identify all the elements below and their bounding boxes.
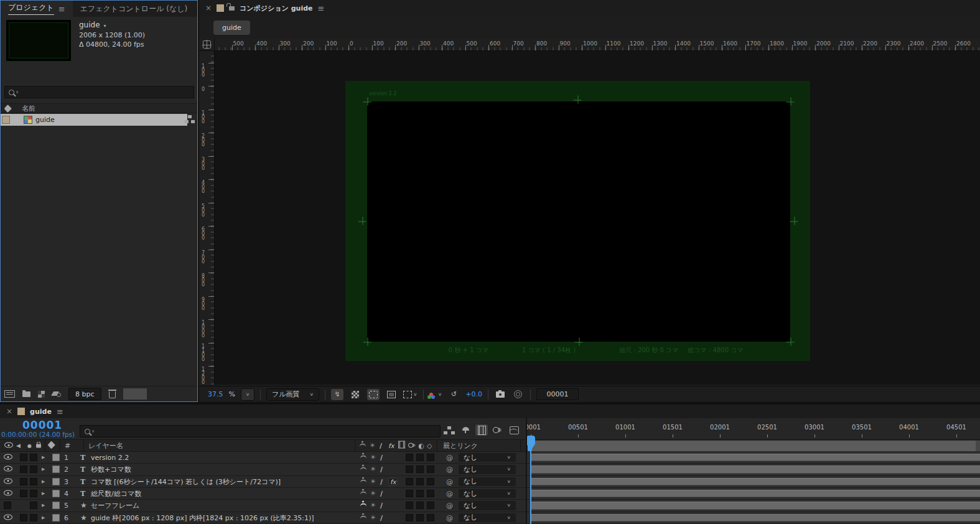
parent-dropdown[interactable]: なし∨: [459, 489, 516, 498]
timeline-tab-label[interactable]: guide: [30, 408, 52, 416]
lock-toggle[interactable]: [30, 502, 37, 509]
draft-3d-button[interactable]: [459, 424, 472, 436]
number-column-header[interactable]: #: [65, 442, 70, 450]
layer-color-swatch[interactable]: [52, 466, 60, 473]
layer-name-column-header[interactable]: レイヤー名: [88, 441, 123, 451]
lock-toggle[interactable]: [30, 490, 37, 497]
layer-color-swatch[interactable]: [52, 478, 60, 485]
reset-exposure-button[interactable]: ↺: [447, 389, 460, 400]
resolution-dropdown[interactable]: フル画質 ∨: [266, 388, 319, 401]
layer-visibility-toggle[interactable]: [4, 454, 12, 462]
zoom-dropdown-button[interactable]: ∨: [241, 388, 254, 401]
switch-box[interactable]: [416, 466, 424, 473]
work-area-start-handle[interactable]: [528, 441, 532, 451]
lock-toggle[interactable]: [30, 466, 37, 473]
quality-icon[interactable]: /: [380, 477, 383, 485]
layer-visibility-toggle[interactable]: [4, 513, 12, 522]
expand-chevron[interactable]: ▶: [42, 491, 45, 496]
quality-icon[interactable]: /: [380, 490, 383, 498]
timeline-ruler[interactable]: 0000100501010010150102001025010300103501…: [527, 418, 980, 440]
layer-name[interactable]: guide 枠[2006 px : 1208 px] 内枠[1824 px : …: [91, 513, 314, 522]
shy-column-icon[interactable]: [360, 442, 366, 450]
new-composition-icon[interactable]: [38, 391, 45, 398]
quality-icon[interactable]: /: [380, 466, 383, 474]
switch-box[interactable]: [416, 490, 424, 497]
collapse-icon[interactable]: ☀: [370, 466, 376, 472]
layer-visibility-toggle[interactable]: [4, 466, 12, 474]
lock-open-icon[interactable]: [229, 6, 235, 11]
lock-toggle[interactable]: [30, 514, 37, 522]
layer-duration-bar[interactable]: [531, 478, 980, 485]
layer-color-swatch[interactable]: [52, 502, 60, 509]
motion-blur-column-icon[interactable]: [408, 442, 417, 450]
switch-box[interactable]: [427, 478, 434, 485]
tab-effect-controls[interactable]: エフェクトコントロール (なし): [73, 1, 195, 17]
preview-frame-field[interactable]: 00001: [536, 388, 579, 400]
channels-button[interactable]: ∨: [429, 389, 442, 400]
quality-icon[interactable]: /: [380, 513, 383, 522]
switch-box[interactable]: [416, 478, 424, 485]
frame-blend-column-icon[interactable]: [398, 441, 405, 451]
shy-icon[interactable]: [360, 477, 366, 485]
mask-visibility-button[interactable]: [367, 389, 380, 400]
collapse-column-icon[interactable]: ☀: [370, 442, 375, 449]
frame-blend-button[interactable]: [475, 424, 488, 436]
delete-icon[interactable]: [109, 391, 116, 398]
shy-icon[interactable]: [360, 490, 366, 498]
collapse-icon[interactable]: ☀: [370, 515, 376, 521]
layer-visibility-toggle[interactable]: [4, 477, 12, 485]
threed-column-icon[interactable]: ◇: [427, 442, 432, 450]
label-column-icon[interactable]: [4, 105, 12, 113]
parent-dropdown[interactable]: なし∨: [459, 477, 516, 486]
collapse-icon[interactable]: ☀: [370, 454, 376, 461]
switch-box[interactable]: [406, 490, 413, 497]
switch-box[interactable]: [416, 454, 424, 461]
switch-box[interactable]: [416, 502, 424, 509]
layer-name[interactable]: version 2.2: [91, 454, 129, 462]
new-folder-icon[interactable]: [22, 391, 30, 397]
switch-box[interactable]: [427, 490, 434, 497]
crop-region-button[interactable]: ∨: [403, 389, 418, 400]
tab-project[interactable]: プロジェクト ≡: [1, 1, 73, 17]
switch-box[interactable]: [406, 454, 413, 461]
interpret-footage-icon[interactable]: [4, 390, 15, 398]
project-search-input[interactable]: ∨: [4, 86, 194, 98]
name-column-header[interactable]: 名前: [22, 104, 35, 113]
layer-color-swatch[interactable]: [52, 514, 60, 522]
layer-name[interactable]: 総尺数/総コマ数: [91, 489, 141, 498]
track-row[interactable]: [527, 476, 980, 488]
collapse-icon[interactable]: ☀: [370, 502, 376, 508]
audio-column-icon[interactable]: ◀: [16, 442, 21, 449]
video-column-icon[interactable]: [4, 442, 13, 450]
lock-toggle[interactable]: [30, 454, 37, 461]
label-color-swatch[interactable]: [2, 116, 10, 124]
solo-toggle[interactable]: [20, 478, 27, 485]
expand-chevron[interactable]: ▶: [42, 467, 45, 472]
mini-flowchart-button[interactable]: [443, 424, 455, 436]
parent-dropdown[interactable]: なし∨: [459, 501, 516, 510]
layer-row[interactable]: ▶6★guide 枠[2006 px : 1208 px] 内枠[1824 px…: [0, 512, 526, 524]
fx-badge[interactable]: fx: [388, 477, 398, 485]
label-column-icon[interactable]: [49, 442, 54, 450]
layer-name[interactable]: 秒数+コマ数: [91, 465, 131, 474]
track-row[interactable]: [527, 452, 980, 464]
switch-box[interactable]: [416, 514, 424, 522]
layer-row[interactable]: ▶5★セーフフレーム☀/@なし∨: [0, 500, 526, 512]
layer-color-swatch[interactable]: [52, 490, 60, 497]
transparency-grid-button[interactable]: [349, 389, 362, 400]
adjustment-column-icon[interactable]: ◐: [418, 442, 424, 450]
parent-dropdown[interactable]: なし∨: [459, 453, 516, 462]
solo-toggle[interactable]: [20, 454, 27, 461]
proxy-icon[interactable]: [52, 391, 61, 397]
expand-chevron[interactable]: ▶: [42, 515, 45, 520]
parent-dropdown[interactable]: なし∨: [459, 465, 516, 474]
timeline-menu-icon[interactable]: ≡: [57, 407, 63, 416]
zoom-value[interactable]: 37.5: [208, 390, 223, 398]
ruler-origin-corner[interactable]: [199, 39, 215, 51]
layer-visibility-toggle[interactable]: [4, 502, 11, 509]
fast-preview-button[interactable]: ↯: [331, 389, 343, 400]
layer-row[interactable]: ▶3Tコマ数 [(6秒シート/144コマ) 若しくは (3秒シート/72コマ)]…: [0, 476, 526, 488]
track-row[interactable]: [527, 512, 980, 524]
quality-icon[interactable]: /: [380, 454, 383, 462]
expand-chevron[interactable]: ▶: [42, 479, 45, 484]
